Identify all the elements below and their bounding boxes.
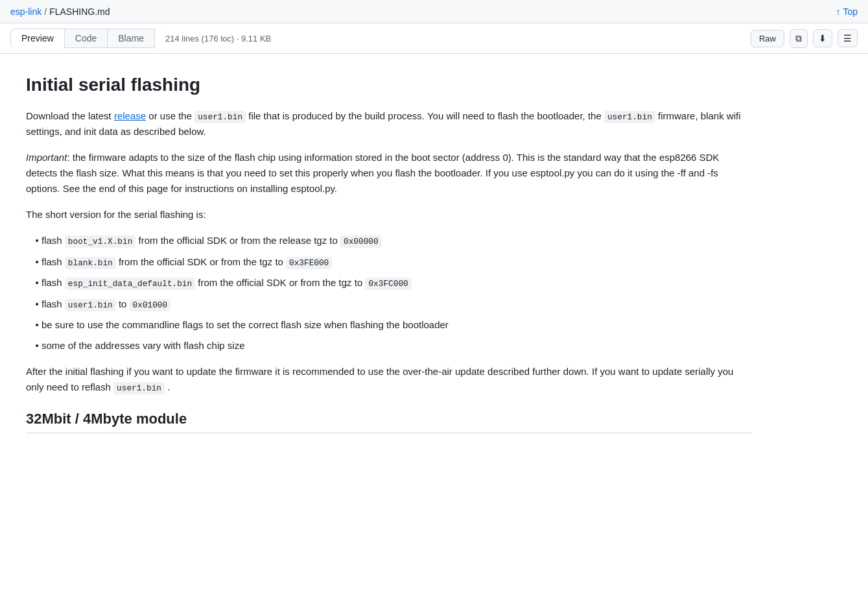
list-item: be sure to use the commandline flags to … [41,317,752,333]
important-em: Important [26,152,67,163]
menu-button[interactable]: ☰ [838,29,858,47]
list-item-middle-2: from the official SDK or from the tgz to [116,256,286,267]
paragraph-after-flashing: After the initial flashing if you want t… [26,364,752,395]
breadcrumb: esp-link / FLASHING.md [10,6,110,17]
release-link[interactable]: release [114,110,146,121]
toolbar-right: Raw ⧉ ⬇ ☰ [751,29,858,48]
code-user1-bin-list: user1.bin [65,299,116,311]
download-icon: ⬇ [819,33,827,43]
list-item-prefix-1: flash [41,235,65,246]
code-addr-01000: 0x01000 [130,299,171,311]
code-user1-bin-para4: user1.bin [113,382,165,394]
header-bar: esp-link / FLASHING.md ↑ Top [0,0,868,23]
main-content: Initial serial flashing Download the lat… [0,54,778,464]
paragraph1-after-link: or use the [146,110,194,121]
heading-32mbit: 32Mbit / 4Mbyte module [26,411,752,433]
code-addr-00000: 0x00000 [340,235,382,248]
list-item: some of the addresses vary with flash ch… [41,338,752,354]
list-item-prefix-2: flash [41,256,65,267]
file-info: 214 lines (176 loc) · 9.11 KB [165,34,271,43]
list-item-prefix-4: flash [41,298,65,309]
list-item-middle-4: to [116,298,130,309]
paragraph-intro: Download the latest release or use the u… [26,108,752,139]
list-item-text-6: some of the addresses vary with flash ch… [41,340,244,351]
paragraph1-before-link: Download the latest [26,110,114,121]
code-user1-bin-2: user1.bin [604,111,655,123]
tab-preview[interactable]: Preview [10,29,65,48]
list-item: flash user1.bin to 0x01000 [41,296,752,312]
code-esp-init-bin: esp_init_data_default.bin [65,278,195,290]
list-item-prefix-3: flash [41,277,65,288]
breadcrumb-repo-link[interactable]: esp-link [10,6,41,17]
tab-blame[interactable]: Blame [108,29,155,48]
menu-icon: ☰ [843,33,852,43]
list-item-middle-3: from the official SDK or from the tgz to [195,277,365,288]
code-user1-bin-1: user1.bin [194,111,246,123]
list-item-text-5: be sure to use the commandline flags to … [41,319,449,330]
code-boot-bin: boot_v1.X.bin [65,235,135,248]
paragraph2-text: : the firmware adapts to the size of the… [26,152,719,194]
list-item: flash blank.bin from the official SDK or… [41,254,752,270]
copy-button[interactable]: ⧉ [790,29,808,48]
top-button[interactable]: ↑ Top [836,6,858,17]
paragraph-short-version: The short version for the serial flashin… [26,207,752,222]
list-item: flash boot_v1.X.bin from the official SD… [41,233,752,248]
paragraph1-middle: file that is produced by the build proce… [246,110,604,121]
code-blank-bin: blank.bin [65,257,116,269]
list-item: flash esp_init_data_default.bin from the… [41,275,752,291]
paragraph4-after: . [165,381,170,392]
top-label: Top [843,6,858,17]
raw-button[interactable]: Raw [751,30,784,47]
code-addr-3fc000: 0x3FC000 [365,278,411,290]
breadcrumb-file: FLASHING.md [49,6,110,17]
toolbar: Preview Code Blame 214 lines (176 loc) ·… [0,23,868,54]
tab-code[interactable]: Code [65,29,108,48]
flash-list: flash boot_v1.X.bin from the official SD… [41,233,752,354]
list-item-middle-1: from the official SDK or from the releas… [135,235,340,246]
top-arrow-icon: ↑ [836,6,840,17]
copy-icon: ⧉ [795,33,802,44]
download-button[interactable]: ⬇ [813,29,832,47]
toolbar-left: Preview Code Blame 214 lines (176 loc) ·… [10,29,271,48]
heading-initial-serial-flashing: Initial serial flashing [26,75,752,95]
breadcrumb-separator: / [44,6,47,17]
code-addr-3fe000: 0x3FE000 [286,257,332,269]
paragraph-important: Important: the firmware adapts to the si… [26,150,752,197]
